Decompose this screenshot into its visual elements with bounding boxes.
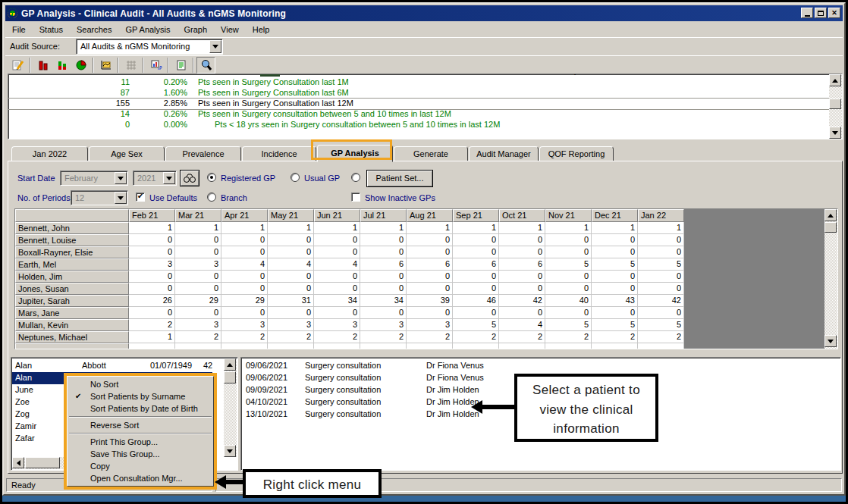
scroll-down-button[interactable] [829,127,841,139]
periods-label: No. of Periods [17,193,71,202]
gp-table-cell [314,343,360,349]
menu-item-print-this-group[interactable]: Print This Group... [68,436,213,448]
usual-gp-radio[interactable] [291,173,300,182]
scroll-up-button[interactable] [824,209,837,221]
minimize-button[interactable] [801,8,813,18]
menu-file[interactable]: File [5,23,33,36]
consultation-type: Surgery consultation [305,409,381,418]
start-year-dropdown[interactable]: 2021 [133,171,177,186]
chart-axes-button[interactable] [96,57,115,74]
tab-qof-reporting[interactable]: QOF Reporting [539,146,614,161]
menu-item-no-sort[interactable]: No Sort [68,378,213,390]
find-date-button[interactable] [180,170,199,186]
gp-table-cell: 1 [129,331,175,343]
gp-table-cell: 0 [545,283,592,295]
audit-source-dropdown[interactable]: All Audits & nGMS Monitoring [76,39,223,55]
gp-table-row-header[interactable]: Boxall-Rayner, Elsie [15,246,129,258]
scroll-up-button[interactable] [829,74,841,86]
show-inactive-gps-checkbox[interactable] [351,193,360,202]
patient-list-vscrollbar[interactable] [224,358,237,457]
menu-item-copy[interactable]: Copy [68,460,213,472]
menu-view[interactable]: View [214,23,246,36]
patient-set-button[interactable]: Patient Set... [366,170,433,187]
tab-strip: Jan 2022Age SexPrevalenceIncidenceGP Ana… [10,145,843,161]
stacked-bar-chart-button[interactable] [52,57,71,74]
gp-table-cell: 0 [499,271,545,283]
gp-table-row-header[interactable]: Holden, Jim [15,271,129,283]
menu-searches[interactable]: Searches [70,23,118,36]
gp-table-cell: 0 [499,234,545,246]
scrollbar-thumb[interactable] [824,222,837,233]
scrollbar-thumb[interactable] [829,99,841,109]
audit-source-dropdown-button[interactable] [209,40,221,53]
scroll-up-button[interactable] [224,358,236,371]
gp-table-cell: 1 [360,222,407,234]
menu-item-sort-patients-by-date-of-birth[interactable]: Sort Patients by Date of Birth [68,402,213,415]
start-year-dropdown-button[interactable] [163,172,175,184]
chart-switch-button[interactable] [146,57,165,74]
tab-generate[interactable]: Generate [394,146,468,161]
patient-set-radio[interactable] [351,173,360,182]
tab-prevalence[interactable]: Prevalence [165,146,241,161]
grid-button[interactable] [121,57,140,74]
menu-item-sort-patients-by-surname[interactable]: Sort Patients by Surname✔ [68,390,213,402]
report-button[interactable] [171,57,190,74]
gp-table-row-header[interactable]: Neptunes, Michael [15,331,129,343]
audit-list-row[interactable]: 1552.85%Pts seen in Surgery Consultation… [8,99,829,109]
gp-table-row-header[interactable]: Earth, Mel [15,258,129,271]
bar-chart-button[interactable] [33,57,52,74]
start-month-dropdown[interactable]: February [60,171,128,186]
scrollbar-thumb[interactable] [25,457,60,468]
maximize-button[interactable] [815,8,827,18]
close-button[interactable]: ✕ [828,8,840,18]
tab-age-sex[interactable]: Age Sex [89,146,165,161]
consultation-row[interactable]: 09/06/2021Surgery consultationDr Fiona V… [241,360,840,372]
tab-audit-manager[interactable]: Audit Manager [469,146,539,161]
gp-table-row-header[interactable]: Bennett, Louise [15,234,129,246]
audit-list-row[interactable]: 110.20%Pts seen in Surgery Consultation … [8,77,829,88]
audit-list-row[interactable]: 140.26%Pts seen in Surgery consultation … [8,109,829,120]
toolbar-separator [168,58,169,73]
menu-item-open-consultation-mgr[interactable]: Open Consultation Mgr... [68,472,213,484]
menu-graph[interactable]: Graph [177,23,215,36]
periods-dropdown-button[interactable] [115,192,127,204]
gp-table-cell: 2 [129,319,175,331]
tab-incidence[interactable]: Incidence [242,146,316,161]
menu-item-reverse-sort[interactable]: Reverse Sort [68,419,213,431]
audit-list-row[interactable]: 00.00%Pts < 18 yrs seen in Surgery consu… [8,120,829,130]
gp-table-row-header[interactable]: Mars, Jane [15,307,129,319]
audit-list-row[interactable]: 871.60%Pts seen in Surgery Consultation … [8,88,829,99]
menu-item-save-this-group[interactable]: Save This Group... [68,448,213,460]
gp-table-row-header[interactable]: Bennett, John [15,222,129,234]
pie-chart-button[interactable] [71,57,90,74]
gp-table-row-header[interactable]: Jupiter, Sarah [15,295,129,307]
periods-dropdown[interactable]: 12 [71,190,128,205]
audit-label: Pts seen in Surgery consultation between… [198,109,451,118]
app-icon [8,8,17,18]
edit-audit-button[interactable] [8,57,27,74]
toolbar-separator [143,58,144,73]
menu-help[interactable]: Help [246,23,277,36]
start-month-dropdown-button[interactable] [115,172,127,184]
chevron-down-icon [118,196,124,200]
scroll-down-button[interactable] [824,335,837,347]
gp-table-row-header[interactable]: Jones, Susan [15,283,129,295]
gp-table-scrollbar[interactable] [824,209,837,349]
menu-gp-analysis[interactable]: GP Analysis [118,23,177,36]
gp-table-cell: 0 [453,234,499,246]
audit-list-scrollbar[interactable] [829,74,842,139]
gp-table-cell: 0 [453,271,499,283]
search-button[interactable] [196,57,215,74]
branch-radio[interactable] [207,193,216,202]
menu-status[interactable]: Status [33,23,70,36]
gp-table-row-header[interactable]: Mullan, Kevin [15,319,129,331]
scroll-down-button[interactable] [224,445,236,457]
patient-row[interactable]: AlanAbbott01/07/194942 [12,360,212,372]
scroll-left-button[interactable] [12,457,24,468]
arrow-down-icon [227,449,233,453]
scrollbar-thumb[interactable] [224,371,236,383]
use-defaults-checkbox[interactable] [136,193,145,202]
title-bar[interactable]: GP Analysis - Clinical Audit - All Audit… [5,5,843,21]
tab-jan-2022[interactable]: Jan 2022 [11,146,88,161]
registered-gp-radio[interactable] [207,173,216,182]
